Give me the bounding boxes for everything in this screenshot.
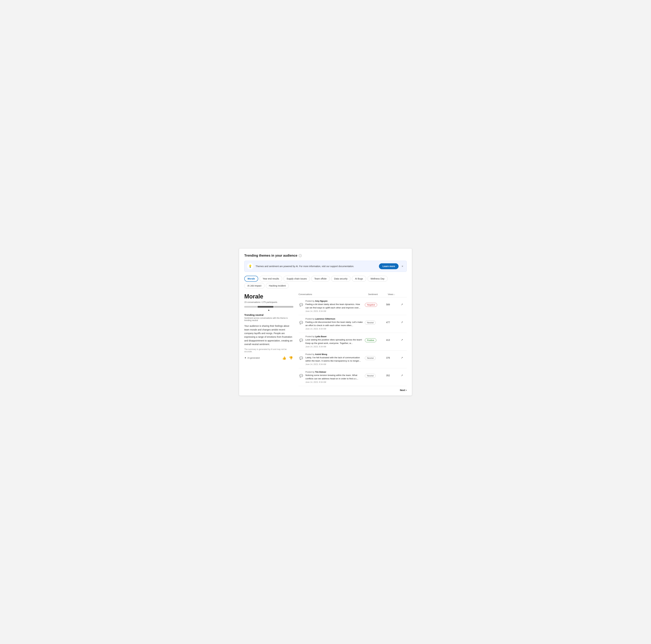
col-sentiment-5: Neutral xyxy=(365,371,384,378)
theme-chip-supply-chain[interactable]: Supply chain issues xyxy=(283,276,310,282)
pagination-row: Next › xyxy=(299,389,407,392)
main-container: Trending themes in your audience i 💡 The… xyxy=(239,248,412,396)
conv-date-5: June 14, 2023, 9:34 AM xyxy=(305,381,363,383)
bar-indicator: ▲ xyxy=(244,309,293,311)
thumbs-up-button[interactable]: 👍 xyxy=(282,356,287,360)
table-row: 💬 Posted by Astrid Wong Lately, I've fel… xyxy=(299,350,407,368)
left-panel: Morale 15 conversations • 275 participan… xyxy=(244,293,293,392)
bar-neutral xyxy=(257,306,274,308)
feedback-icons: 👍 👎 xyxy=(282,356,293,360)
conv-icon-5: 💬 xyxy=(299,373,304,378)
trend-icon-5[interactable]: ↗ xyxy=(401,374,403,377)
theme-chip-year-end[interactable]: Year end results xyxy=(259,276,282,282)
table-row: 💬 Posted by Lawrence Gilbertson Feeling … xyxy=(299,315,407,333)
theme-chip-hacking-incident[interactable]: Hacking incident xyxy=(266,283,289,288)
col-sentiment-4: Neutral xyxy=(365,353,384,360)
conv-body-3: Posted by Lydia Bauer Love seeing the po… xyxy=(305,335,363,348)
ai-disclaimer: The summary is generated by AI and may n… xyxy=(244,348,293,353)
ai-banner: 💡 Themes and sentiment are powered by AI… xyxy=(244,261,407,272)
col-views-2: 477 xyxy=(386,318,399,324)
sentiment-badge-1: Negative xyxy=(365,303,377,307)
col-views-4: 376 xyxy=(386,353,399,359)
thumbs-down-button[interactable]: 👎 xyxy=(288,356,293,360)
posted-by-2: Posted by Lawrence Gilbertson xyxy=(305,318,363,320)
main-content: Morale 15 conversations • 275 participan… xyxy=(244,293,407,392)
col-action-4[interactable]: ↗ xyxy=(401,353,407,359)
sentiment-badge-5: Neutral xyxy=(365,374,376,378)
conv-icon-4: 💬 xyxy=(299,356,304,361)
trend-icon-3[interactable]: ↗ xyxy=(401,338,403,341)
col-sentiment-3: Positive xyxy=(365,335,384,342)
banner-text: Themes and sentiment are powered by AI. … xyxy=(255,265,377,268)
col-action-1[interactable]: ↗ xyxy=(401,300,407,306)
posted-by-4: Posted by Astrid Wong xyxy=(305,353,363,356)
info-icon[interactable]: i xyxy=(299,254,302,257)
trending-sub: Sentiment across conversations with this… xyxy=(244,317,293,321)
posted-by-1: Posted by Amy Nguyen xyxy=(305,300,363,302)
theme-chip-data-security[interactable]: Data security xyxy=(331,276,351,282)
col-sentiment-2: Neutral xyxy=(365,318,384,325)
sentiment-badge-2: Neutral xyxy=(365,321,376,325)
col-views-header: Views ↓ xyxy=(388,293,401,296)
table-row: 💬 Posted by Tim Deboer Noticing some ten… xyxy=(299,368,407,386)
sentiment-badge-4: Neutral xyxy=(365,356,376,360)
conv-date-1: June 14, 2023, 9:34 AM xyxy=(305,310,363,312)
conv-date-4: June 14, 2023, 9:34 AM xyxy=(305,363,363,366)
col-views-3: 413 xyxy=(386,335,399,341)
page-title-row: Trending themes in your audience i xyxy=(244,254,407,257)
col-sentiment-1: Negative xyxy=(365,300,384,307)
table-row: 💬 Posted by Amy Nguyen Feeling a bit dow… xyxy=(299,297,407,315)
conv-icon-1: 💬 xyxy=(299,302,304,307)
theme-title: Morale xyxy=(244,293,293,300)
banner-close-button[interactable]: × xyxy=(401,264,404,269)
sentiment-badge-3: Positive xyxy=(365,338,376,342)
ai-footer: ✦ AI-generated 👍 👎 xyxy=(244,356,293,360)
col-views-5: 352 xyxy=(386,371,399,377)
posted-by-3: Posted by Lydia Bauer xyxy=(305,335,363,338)
summary-text: Your audience is sharing their feelings … xyxy=(244,324,293,346)
learn-more-button[interactable]: Learn more xyxy=(379,263,399,269)
conv-body-4: Posted by Astrid Wong Lately, I've felt … xyxy=(305,353,363,366)
page-title: Trending themes in your audience xyxy=(244,254,298,257)
ai-generated-badge: ✦ AI-generated xyxy=(244,356,260,360)
conv-body-2: Posted by Lawrence Gilbertson Feeling a … xyxy=(305,318,363,330)
sentiment-bar xyxy=(244,306,293,308)
next-button[interactable]: Next › xyxy=(400,389,407,392)
conv-icon-2: 💬 xyxy=(299,320,304,325)
col-conversations-header: Conversations xyxy=(299,293,368,296)
col-action-5[interactable]: ↗ xyxy=(401,371,407,377)
sort-arrow-icon[interactable]: ↓ xyxy=(394,293,395,296)
conv-text-2: Feeling a bit disconnected from the team… xyxy=(305,320,363,327)
col-views-1: 589 xyxy=(386,300,399,306)
theme-chip-team-offsite[interactable]: Team offsite xyxy=(311,276,330,282)
ai-bulb-icon: 💡 xyxy=(247,263,253,269)
conv-icon-3: 💬 xyxy=(299,338,304,343)
trend-icon-4[interactable]: ↗ xyxy=(401,356,403,359)
themes-chips-row: Morale Year end results Supply chain iss… xyxy=(244,276,407,288)
conv-text-1: Feeling a bit down lately about the team… xyxy=(305,303,363,309)
sparkle-icon: ✦ xyxy=(244,356,246,360)
trend-icon-2[interactable]: ↗ xyxy=(401,321,403,324)
theme-meta: 15 conversations • 275 participants xyxy=(244,301,293,303)
trending-label: Trending neutral xyxy=(244,313,293,316)
col-sentiment-header: Sentiment xyxy=(368,293,388,296)
conv-body-5: Posted by Tim Deboer Noticing some tensi… xyxy=(305,371,363,383)
theme-chip-wellness-day[interactable]: Wellness Day xyxy=(368,276,388,282)
conv-date-3: June 14, 2023, 9:34 AM xyxy=(305,345,363,348)
col-action-3[interactable]: ↗ xyxy=(401,335,407,341)
right-panel: Conversations Sentiment Views ↓ 💬 Posted… xyxy=(299,293,407,392)
bar-negative xyxy=(244,306,257,308)
trend-icon-1[interactable]: ↗ xyxy=(401,303,403,306)
ai-badge-label: AI-generated xyxy=(247,357,260,359)
posted-by-5: Posted by Tim Deboer xyxy=(305,371,363,373)
col-action-2[interactable]: ↗ xyxy=(401,318,407,324)
theme-chip-ai-job-impact[interactable]: AI Job Impact xyxy=(244,283,265,288)
bar-positive xyxy=(274,306,293,308)
theme-chip-ai-bugs[interactable]: AI Bugs xyxy=(352,276,366,282)
table-header: Conversations Sentiment Views ↓ xyxy=(299,293,407,297)
conv-text-4: Lately, I've felt frustrated with the la… xyxy=(305,356,363,363)
conv-body-1: Posted by Amy Nguyen Feeling a bit down … xyxy=(305,300,363,312)
theme-chip-morale[interactable]: Morale xyxy=(244,276,258,282)
conv-text-3: Love seeing the positive vibes spreading… xyxy=(305,338,363,345)
conv-text-5: Noticing some tension brewing within the… xyxy=(305,374,363,380)
